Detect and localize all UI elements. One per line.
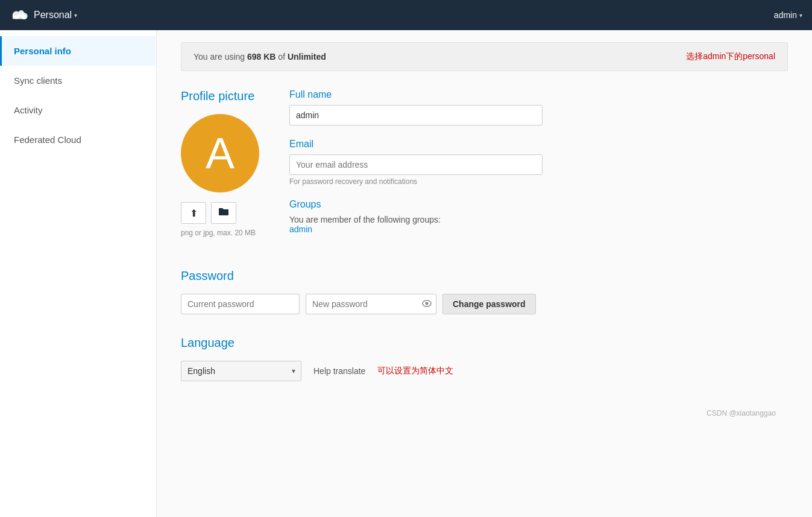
profile-left: Profile picture A ⬆ xyxy=(181,89,259,237)
sidebar-label-activity: Activity xyxy=(14,105,43,115)
top-navigation: Personal ▾ admin ▾ xyxy=(0,0,812,30)
fullname-group: Full name xyxy=(289,89,543,125)
groups-description: You are member of the following groups: … xyxy=(289,215,543,234)
svg-point-5 xyxy=(426,302,429,305)
password-section: Password Change password xyxy=(181,269,788,314)
usage-limit: Unlimited xyxy=(288,52,326,62)
topnav-title[interactable]: Personal ▾ xyxy=(34,10,77,21)
sidebar-item-activity[interactable]: Activity xyxy=(0,95,156,125)
topnav-left: Personal ▾ xyxy=(10,5,77,25)
svg-rect-3 xyxy=(13,15,26,19)
sidebar: Personal info Sync clients Activity Fede… xyxy=(0,30,157,517)
language-select[interactable]: English 简体中文 Deutsch Français Español xyxy=(181,361,301,381)
new-password-input[interactable] xyxy=(306,294,436,314)
usage-text-before: You are using xyxy=(194,52,247,62)
csdn-text: CSDN @xiaotanggao xyxy=(707,409,776,417)
profile-picture-title: Profile picture xyxy=(181,89,254,103)
topnav-user-caret: ▾ xyxy=(799,12,802,19)
usage-text-middle: of xyxy=(275,52,287,62)
language-select-wrap: English 简体中文 Deutsch Français Español ▾ xyxy=(181,361,301,381)
new-password-wrap xyxy=(306,294,436,314)
avatar: A xyxy=(181,114,259,192)
profile-right: Full name Email For password recovery an… xyxy=(289,89,543,247)
groups-group: Groups You are member of the following g… xyxy=(289,199,543,234)
email-label: Email xyxy=(289,139,543,150)
email-input[interactable] xyxy=(289,154,543,175)
groups-text: You are member of the following groups: xyxy=(289,215,441,224)
topnav-user[interactable]: admin ▾ xyxy=(774,10,802,20)
groups-name: admin xyxy=(289,224,312,234)
usage-amount: 698 KB xyxy=(247,52,275,62)
fullname-label: Full name xyxy=(289,89,543,100)
language-annotation: 可以设置为简体中文 xyxy=(377,366,453,376)
topnav-username: admin xyxy=(774,10,797,20)
sidebar-label-federated-cloud: Federated Cloud xyxy=(14,135,81,145)
sidebar-item-sync-clients[interactable]: Sync clients xyxy=(0,66,156,95)
current-password-input[interactable] xyxy=(181,294,300,314)
upload-photo-button[interactable]: ⬆ xyxy=(181,202,206,224)
upload-icon: ⬆ xyxy=(190,208,198,219)
language-section: Language English 简体中文 Deutsch Français E… xyxy=(181,336,788,381)
cloud-logo xyxy=(10,5,29,25)
topnav-title-text: Personal xyxy=(34,10,72,21)
main-content: You are using 698 KB of Unlimited 选择admi… xyxy=(157,30,812,517)
usage-banner: You are using 698 KB of Unlimited 选择admi… xyxy=(181,42,788,71)
profile-section: Profile picture A ⬆ xyxy=(181,89,788,247)
csdn-watermark: CSDN @xiaotanggao xyxy=(181,403,788,430)
folder-icon xyxy=(218,207,229,219)
language-title: Language xyxy=(181,336,788,350)
topnav-caret: ▾ xyxy=(74,12,77,19)
password-toggle-icon[interactable] xyxy=(422,299,432,309)
email-hint: For password recovery and notifications xyxy=(289,177,543,186)
select-from-files-button[interactable] xyxy=(211,202,236,224)
avatar-letter: A xyxy=(206,128,234,178)
page-layout: Personal info Sync clients Activity Fede… xyxy=(0,30,812,517)
sidebar-item-federated-cloud[interactable]: Federated Cloud xyxy=(0,125,156,154)
groups-label: Groups xyxy=(289,199,543,210)
password-title: Password xyxy=(181,269,788,283)
password-row: Change password xyxy=(181,294,788,314)
fullname-input[interactable] xyxy=(289,105,543,125)
language-row: English 简体中文 Deutsch Français Español ▾ … xyxy=(181,361,788,381)
sidebar-item-personal-info[interactable]: Personal info xyxy=(0,36,156,66)
groups-link[interactable]: admin xyxy=(289,224,312,234)
sidebar-label-personal-info: Personal info xyxy=(14,46,71,56)
help-translate-text: Help translate xyxy=(313,366,365,376)
avatar-hint: png or jpg, max. 20 MB xyxy=(181,229,256,237)
sidebar-label-sync-clients: Sync clients xyxy=(14,75,62,86)
annotation-text: 选择admin下的personal xyxy=(686,51,775,61)
admin-annotation: 选择admin下的personal xyxy=(686,51,775,62)
usage-text: You are using 698 KB of Unlimited xyxy=(194,52,326,62)
change-password-button[interactable]: Change password xyxy=(442,294,536,314)
email-group: Email For password recovery and notifica… xyxy=(289,139,543,186)
avatar-buttons: ⬆ xyxy=(181,202,236,224)
